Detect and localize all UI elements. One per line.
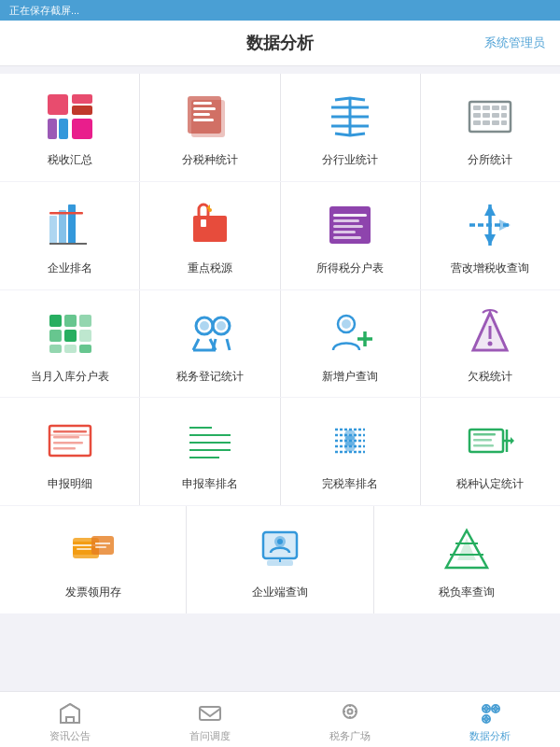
svg-rect-10: [193, 113, 210, 116]
user-label[interactable]: 系统管理员: [484, 35, 545, 51]
svg-rect-94: [473, 439, 492, 442]
svg-rect-26: [483, 120, 490, 125]
svg-line-58: [193, 339, 199, 350]
svg-rect-55: [79, 345, 91, 353]
svg-rect-23: [492, 113, 499, 118]
tab-news[interactable]: 资讯公告: [0, 692, 140, 747]
grid-item-enterprise-rank[interactable]: 企业排名: [0, 182, 139, 289]
grid-item-new-taxpayer[interactable]: 新增户查询: [281, 290, 420, 398]
page-title: 数据分析: [246, 32, 314, 54]
grid-row-0: 税收汇总 分税种统计 分行业统计: [0, 74, 560, 181]
grid-item-invoice-stock[interactable]: 发票领用存: [0, 506, 186, 613]
svg-point-91: [344, 441, 356, 452]
status-text: 正在保存截屏...: [9, 4, 79, 18]
svg-rect-49: [79, 315, 91, 327]
svg-rect-76: [53, 442, 83, 444]
tab-icon-consult: [197, 700, 223, 726]
svg-rect-50: [49, 330, 62, 342]
svg-rect-30: [59, 210, 66, 244]
svg-rect-9: [193, 107, 216, 110]
grid-item-branch-stats[interactable]: 分所统计: [421, 74, 560, 181]
svg-rect-73: [49, 426, 91, 456]
icon-enterprise-rank: [44, 199, 96, 251]
svg-rect-51: [64, 330, 77, 342]
tab-analysis[interactable]: 数据分析: [420, 692, 560, 747]
grid-row-3: 申报明细 申报率排名 完税率排名 税种认定统计: [0, 398, 560, 505]
icon-overdue-stats: [464, 307, 516, 359]
svg-point-130: [495, 707, 497, 710]
tab-icon-analysis: [477, 700, 503, 726]
icon-tax-type-stats: [184, 91, 236, 143]
status-bar: 正在保存截屏...: [0, 0, 560, 21]
svg-rect-47: [49, 315, 62, 327]
tab-label-news: 资讯公告: [49, 729, 91, 743]
svg-rect-93: [473, 433, 496, 436]
grid-item-tax-burden-query[interactable]: 税负率查询: [374, 506, 560, 613]
icon-monthly-table: [44, 307, 96, 359]
label-industry-stats: 分行业统计: [322, 152, 378, 168]
svg-rect-52: [79, 330, 91, 342]
svg-rect-17: [473, 106, 481, 110]
svg-rect-18: [483, 106, 490, 110]
svg-rect-8: [193, 102, 212, 105]
svg-rect-31: [68, 204, 76, 244]
grid-item-overdue-stats[interactable]: 欠税统计: [421, 290, 560, 398]
icon-declare-detail: [44, 415, 96, 467]
icon-tax-summary: [44, 91, 96, 143]
svg-point-90: [344, 430, 356, 441]
svg-rect-21: [473, 113, 481, 118]
svg-point-117: [343, 705, 357, 718]
svg-rect-75: [53, 436, 79, 439]
svg-point-109: [277, 539, 283, 544]
svg-rect-53: [49, 345, 62, 353]
svg-rect-29: [49, 216, 57, 244]
svg-rect-5: [72, 119, 92, 139]
svg-rect-20: [501, 106, 507, 110]
tab-bar: 资讯公告首问调度税务广场数据分析: [0, 691, 560, 747]
icon-invoice-stock: [67, 523, 119, 575]
icon-tax-type-cert: [464, 415, 516, 467]
svg-rect-27: [492, 120, 499, 125]
grid-item-tax-summary[interactable]: 税收汇总: [0, 74, 139, 181]
icon-income-tax-table: [324, 199, 376, 251]
svg-rect-28: [501, 120, 507, 125]
icon-key-tax: [184, 199, 236, 251]
label-enterprise-rank: 企业排名: [48, 261, 92, 276]
grid-item-tax-type-cert[interactable]: 税种认定统计: [421, 398, 560, 505]
svg-rect-41: [333, 219, 359, 222]
svg-rect-116: [200, 707, 220, 720]
icon-industry-stats: [324, 91, 376, 143]
icon-complete-rate-rank: [324, 415, 376, 467]
svg-rect-1: [72, 94, 92, 104]
svg-point-136: [485, 717, 488, 720]
label-enterprise-query: 企业端查询: [252, 585, 308, 600]
svg-rect-44: [333, 236, 361, 239]
icon-vat-query: [464, 199, 516, 251]
tab-consult[interactable]: 首问调度: [140, 692, 280, 747]
grid-item-industry-stats[interactable]: 分行业统计: [281, 74, 420, 181]
grid-item-declare-detail[interactable]: 申报明细: [0, 398, 139, 505]
grid-item-tax-reg-stats[interactable]: 税务登记统计: [140, 290, 279, 398]
grid-item-tax-type-stats[interactable]: 分税种统计: [140, 74, 279, 181]
grid-item-income-tax-table[interactable]: 所得税分户表: [281, 182, 420, 289]
grid-container: 税收汇总 分税种统计 分行业统计: [0, 66, 560, 690]
tab-icon-news: [57, 700, 83, 726]
label-monthly-table: 当月入库分户表: [31, 369, 109, 385]
svg-point-118: [348, 709, 353, 713]
label-key-tax: 重点税源: [188, 261, 232, 276]
svg-marker-98: [511, 437, 514, 444]
tab-plaza[interactable]: 税务广场: [280, 692, 420, 747]
grid-item-vat-query[interactable]: 营改增税收查询: [421, 182, 560, 289]
grid-item-monthly-table[interactable]: 当月入库分户表: [0, 290, 139, 398]
grid-item-declare-rate-rank[interactable]: 申报率排名: [140, 398, 279, 505]
svg-rect-42: [333, 225, 363, 228]
svg-rect-0: [48, 94, 68, 115]
header: 数据分析 系统管理员: [0, 21, 560, 66]
svg-rect-40: [333, 214, 367, 217]
grid-item-complete-rate-rank[interactable]: 完税率排名: [281, 398, 420, 505]
tab-label-consult: 首问调度: [189, 729, 231, 743]
grid-item-enterprise-query[interactable]: 企业端查询: [187, 506, 372, 613]
icon-new-taxpayer: [324, 307, 376, 359]
grid-item-key-tax[interactable]: 重点税源: [140, 182, 279, 289]
svg-point-66: [342, 319, 351, 329]
